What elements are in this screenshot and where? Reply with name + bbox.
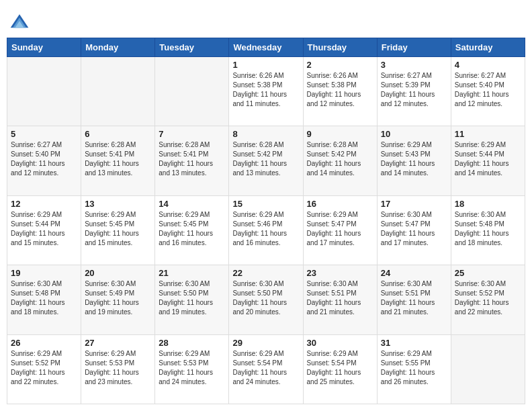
weekday-header-wednesday: Wednesday (229, 38, 303, 57)
sunset-text: Sunset: 5:47 PM (307, 220, 357, 228)
sunset-text: Sunset: 5:41 PM (85, 150, 134, 158)
cell-info: Sunrise: 6:30 AM Sunset: 5:50 PM Dayligh… (232, 279, 299, 317)
sunset-text: Sunset: 5:48 PM (455, 220, 504, 228)
calendar-cell: 8Sunrise: 6:28 AM Sunset: 5:42 PM Daylig… (229, 126, 303, 195)
daylight-text: Daylight: 11 hours and 13 minutes. (85, 160, 139, 177)
sunrise-text: Sunrise: 6:28 AM (232, 141, 283, 148)
sunrise-text: Sunrise: 6:29 AM (307, 211, 358, 218)
sunrise-text: Sunrise: 6:27 AM (381, 72, 432, 79)
sunrise-text: Sunrise: 6:28 AM (85, 141, 136, 148)
day-number: 11 (455, 129, 521, 139)
sunset-text: Sunset: 5:40 PM (455, 81, 504, 89)
day-number: 23 (307, 268, 373, 278)
day-number: 21 (159, 268, 225, 278)
daylight-text: Daylight: 11 hours and 14 minutes. (381, 160, 435, 177)
daylight-text: Daylight: 11 hours and 19 minutes. (85, 299, 139, 316)
day-number: 10 (381, 129, 447, 139)
sunset-text: Sunset: 5:39 PM (381, 81, 431, 89)
sunset-text: Sunset: 5:44 PM (11, 220, 60, 228)
calendar-week-3: 12Sunrise: 6:29 AM Sunset: 5:44 PM Dayli… (7, 195, 525, 265)
sunset-text: Sunset: 5:54 PM (232, 359, 282, 367)
day-number: 27 (85, 338, 151, 348)
day-number: 16 (307, 199, 373, 209)
daylight-text: Daylight: 11 hours and 16 minutes. (232, 230, 287, 246)
sunrise-text: Sunrise: 6:29 AM (381, 141, 432, 148)
day-number: 2 (307, 60, 373, 70)
sunset-text: Sunset: 5:43 PM (381, 150, 431, 158)
weekday-header-row: SundayMondayTuesdayWednesdayThursdayFrid… (7, 38, 525, 57)
calendar-cell: 31Sunrise: 6:29 AM Sunset: 5:55 PM Dayli… (377, 334, 451, 404)
cell-info: Sunrise: 6:29 AM Sunset: 5:54 PM Dayligh… (307, 349, 373, 387)
cell-info: Sunrise: 6:29 AM Sunset: 5:43 PM Dayligh… (381, 140, 447, 178)
sunset-text: Sunset: 5:53 PM (159, 359, 208, 367)
sunset-text: Sunset: 5:50 PM (232, 289, 282, 297)
sunset-text: Sunset: 5:45 PM (85, 220, 134, 228)
calendar-cell: 20Sunrise: 6:30 AM Sunset: 5:49 PM Dayli… (81, 265, 155, 334)
sunrise-text: Sunrise: 6:29 AM (11, 211, 62, 218)
calendar-week-5: 26Sunrise: 6:29 AM Sunset: 5:52 PM Dayli… (7, 334, 525, 404)
day-number: 19 (11, 268, 77, 278)
daylight-text: Daylight: 11 hours and 15 minutes. (85, 230, 139, 246)
calendar-cell: 24Sunrise: 6:30 AM Sunset: 5:51 PM Dayli… (377, 265, 451, 334)
calendar-cell: 23Sunrise: 6:30 AM Sunset: 5:51 PM Dayli… (303, 265, 377, 334)
daylight-text: Daylight: 11 hours and 11 minutes. (232, 91, 287, 107)
day-number: 25 (455, 268, 521, 278)
sunrise-text: Sunrise: 6:30 AM (455, 280, 506, 287)
calendar-cell: 22Sunrise: 6:30 AM Sunset: 5:50 PM Dayli… (229, 265, 303, 334)
sunset-text: Sunset: 5:54 PM (307, 359, 357, 367)
daylight-text: Daylight: 11 hours and 12 minutes. (307, 91, 361, 107)
sunrise-text: Sunrise: 6:30 AM (232, 280, 283, 287)
calendar-cell: 28Sunrise: 6:29 AM Sunset: 5:53 PM Dayli… (155, 334, 229, 404)
cell-info: Sunrise: 6:29 AM Sunset: 5:54 PM Dayligh… (232, 349, 299, 387)
cell-info: Sunrise: 6:30 AM Sunset: 5:48 PM Dayligh… (11, 279, 77, 317)
calendar-cell: 29Sunrise: 6:29 AM Sunset: 5:54 PM Dayli… (229, 334, 303, 404)
sunset-text: Sunset: 5:46 PM (232, 220, 282, 228)
cell-info: Sunrise: 6:29 AM Sunset: 5:44 PM Dayligh… (11, 210, 77, 248)
daylight-text: Daylight: 11 hours and 12 minutes. (11, 160, 65, 177)
cell-info: Sunrise: 6:30 AM Sunset: 5:51 PM Dayligh… (307, 279, 373, 317)
sunrise-text: Sunrise: 6:28 AM (159, 141, 210, 148)
daylight-text: Daylight: 11 hours and 15 minutes. (11, 230, 65, 246)
calendar-table: SundayMondayTuesdayWednesdayThursdayFrid… (7, 38, 525, 404)
calendar-cell: 1Sunrise: 6:26 AM Sunset: 5:38 PM Daylig… (229, 57, 303, 126)
calendar-cell: 11Sunrise: 6:29 AM Sunset: 5:44 PM Dayli… (451, 126, 525, 195)
daylight-text: Daylight: 11 hours and 24 minutes. (159, 369, 213, 385)
calendar-week-4: 19Sunrise: 6:30 AM Sunset: 5:48 PM Dayli… (7, 265, 525, 334)
sunset-text: Sunset: 5:52 PM (455, 289, 504, 297)
day-number: 6 (85, 129, 151, 139)
weekday-header-friday: Friday (377, 38, 451, 57)
day-number: 15 (232, 199, 299, 209)
calendar-cell (451, 334, 525, 404)
day-number: 14 (159, 199, 225, 209)
cell-info: Sunrise: 6:29 AM Sunset: 5:44 PM Dayligh… (455, 140, 521, 178)
cell-info: Sunrise: 6:30 AM Sunset: 5:52 PM Dayligh… (455, 279, 521, 317)
daylight-text: Daylight: 11 hours and 20 minutes. (232, 299, 287, 316)
daylight-text: Daylight: 11 hours and 26 minutes. (381, 369, 435, 385)
calendar-cell: 12Sunrise: 6:29 AM Sunset: 5:44 PM Dayli… (7, 195, 81, 265)
daylight-text: Daylight: 11 hours and 12 minutes. (381, 91, 435, 107)
calendar-week-2: 5Sunrise: 6:27 AM Sunset: 5:40 PM Daylig… (7, 126, 525, 195)
day-number: 29 (232, 338, 299, 348)
sunrise-text: Sunrise: 6:30 AM (381, 211, 432, 218)
sunrise-text: Sunrise: 6:29 AM (232, 350, 283, 357)
sunset-text: Sunset: 5:51 PM (307, 289, 357, 297)
calendar-cell: 21Sunrise: 6:30 AM Sunset: 5:50 PM Dayli… (155, 265, 229, 334)
calendar-cell: 7Sunrise: 6:28 AM Sunset: 5:41 PM Daylig… (155, 126, 229, 195)
day-number: 17 (381, 199, 447, 209)
daylight-text: Daylight: 11 hours and 13 minutes. (159, 160, 213, 177)
calendar-cell: 13Sunrise: 6:29 AM Sunset: 5:45 PM Dayli… (81, 195, 155, 265)
cell-info: Sunrise: 6:30 AM Sunset: 5:48 PM Dayligh… (455, 210, 521, 248)
calendar-cell: 5Sunrise: 6:27 AM Sunset: 5:40 PM Daylig… (7, 126, 81, 195)
sunset-text: Sunset: 5:48 PM (11, 289, 60, 297)
cell-info: Sunrise: 6:29 AM Sunset: 5:45 PM Dayligh… (159, 210, 225, 248)
sunrise-text: Sunrise: 6:29 AM (85, 350, 136, 357)
calendar-cell: 9Sunrise: 6:28 AM Sunset: 5:42 PM Daylig… (303, 126, 377, 195)
calendar-cell: 19Sunrise: 6:30 AM Sunset: 5:48 PM Dayli… (7, 265, 81, 334)
sunset-text: Sunset: 5:51 PM (381, 289, 431, 297)
calendar-cell: 25Sunrise: 6:30 AM Sunset: 5:52 PM Dayli… (451, 265, 525, 334)
sunset-text: Sunset: 5:55 PM (381, 359, 431, 367)
sunrise-text: Sunrise: 6:29 AM (307, 350, 358, 357)
day-number: 20 (85, 268, 151, 278)
day-number: 7 (159, 129, 225, 139)
cell-info: Sunrise: 6:29 AM Sunset: 5:45 PM Dayligh… (85, 210, 151, 248)
